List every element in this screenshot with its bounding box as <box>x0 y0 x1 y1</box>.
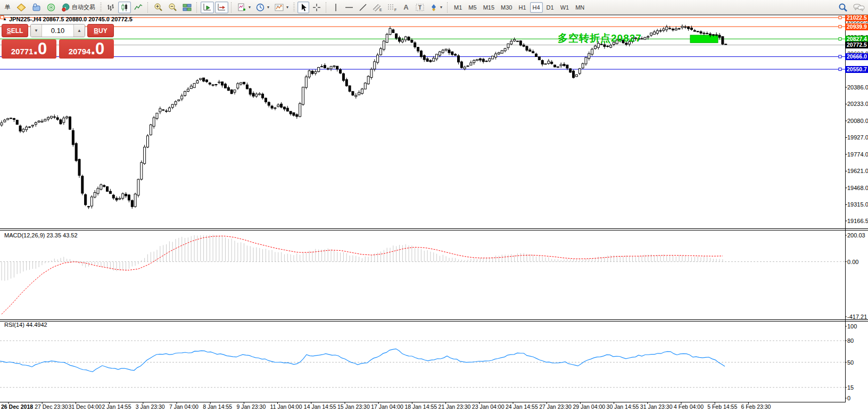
date-axis-label: 27 Jan 23:30 <box>539 403 572 410</box>
trendline-tool-icon[interactable] <box>357 2 369 13</box>
date-axis-label: 5 Feb 14:55 <box>707 403 737 410</box>
candlestick-chart-icon[interactable] <box>118 2 131 13</box>
crosshair-tool-icon[interactable] <box>310 2 323 13</box>
tile-windows-icon[interactable] <box>180 2 194 13</box>
clock-icon <box>256 3 264 12</box>
timeframe-button-m15[interactable]: M15 <box>481 2 497 13</box>
rsi-scale-label: 100 <box>847 323 857 329</box>
chart-canvas[interactable] <box>0 0 868 412</box>
buy-button[interactable]: BUY <box>87 24 114 37</box>
rsi-scale-label: 80 <box>847 337 854 344</box>
date-axis-label: 17 Jan 04:00 <box>371 403 403 410</box>
label-tool-icon[interactable]: T <box>413 2 427 13</box>
pivot-annotation: 多空转折点20827 <box>558 31 642 45</box>
text-tool-icon[interactable]: A <box>400 2 412 13</box>
volume-decrease-button[interactable]: ▼ <box>31 24 42 37</box>
volume-spinner: ▼ ▲ <box>30 24 85 37</box>
rsi-scale-label: 50 <box>847 359 854 366</box>
search-icon[interactable] <box>838 3 848 12</box>
buy-price-pips: .0 <box>90 39 104 59</box>
date-axis-label: 4 Feb 04:00 <box>674 403 704 410</box>
date-axis-label: 21 Jan 23:30 <box>439 403 471 410</box>
timeframe-button-h1[interactable]: H1 <box>516 2 528 13</box>
sell-price-main: 20771 <box>11 42 34 61</box>
date-axis-label: 30 Jan 14:55 <box>607 403 639 410</box>
date-axis-label: 9 Jan 23:30 <box>236 403 266 410</box>
templates-caret-icon: ▾ <box>286 5 288 10</box>
hline-price-label: 21022.5 <box>845 14 868 21</box>
date-axis-label: 31 Dec 04:00 <box>68 403 101 410</box>
hline-price-label: 20550.7 <box>845 66 868 73</box>
signals-icon[interactable] <box>44 2 58 13</box>
market-watch-icon[interactable] <box>14 2 28 13</box>
price-tick-label: 19166.5 <box>847 218 868 224</box>
timeframe-button-m1[interactable]: M1 <box>451 2 465 13</box>
date-axis-label: 6 Feb 23:30 <box>741 403 771 410</box>
svg-text:T: T <box>418 5 421 11</box>
date-axis-label: 2 Jan 14:55 <box>102 403 131 410</box>
panel-collapse-icon[interactable]: ▲ <box>3 17 7 21</box>
price-tick-label: 20386.0 <box>847 84 868 90</box>
rsi-scale-label: 15 <box>847 384 854 391</box>
rsi-scale-label: 0 <box>847 395 850 401</box>
cursor-tool-icon[interactable] <box>297 2 309 13</box>
indicators-caret-icon: ▾ <box>249 5 251 10</box>
volume-input[interactable] <box>42 24 73 37</box>
date-axis-label: 31 Jan 23:30 <box>640 403 673 410</box>
data-window-icon[interactable] <box>29 2 43 13</box>
price-tick-label: 19774.0 <box>847 151 868 158</box>
price-tick-label: 19315.0 <box>847 201 868 208</box>
price-tick-label: 20233.0 <box>847 101 868 107</box>
date-axis-label: 27 Dec 23:30 <box>35 403 68 410</box>
timeframe-button-mn[interactable]: MN <box>573 2 587 13</box>
macd-scale-label: 0.00 <box>847 259 858 265</box>
zoom-in-icon[interactable] <box>152 2 165 13</box>
volume-increase-button[interactable]: ▲ <box>73 24 85 37</box>
templates-button[interactable]: ▾ <box>272 2 291 13</box>
one-click-trade-panel: SELL ▼ ▲ BUY 20771 .0 20794 .0 <box>2 24 114 59</box>
line-chart-icon[interactable] <box>132 2 145 13</box>
svg-text:F: F <box>394 8 396 12</box>
timeframe-group: M1M5M15M30H1H4D1W1MN <box>451 2 588 13</box>
date-axis-label: 18 Jan 14:55 <box>404 403 437 410</box>
date-axis-label: 26 Dec 2018 <box>1 403 33 410</box>
new-order-button[interactable]: 单 <box>2 2 13 13</box>
fibonacci-tool-icon[interactable]: F <box>385 2 399 13</box>
rsi-indicator-label: RSI(14) 44.4942 <box>4 322 47 328</box>
vertical-line-tool-icon[interactable] <box>330 2 342 13</box>
date-axis-label: 15 Jan 23:30 <box>337 403 370 410</box>
horizontal-line-tool-icon[interactable] <box>343 2 356 13</box>
chart-shift-icon[interactable] <box>215 2 228 13</box>
hline-price-label: 20666.0 <box>845 53 868 60</box>
sell-price-box[interactable]: 20771 .0 <box>2 39 56 59</box>
date-axis-label: 14 Jan 14:55 <box>304 403 336 410</box>
template-icon <box>275 3 284 12</box>
periods-button[interactable]: ▾ <box>254 2 271 13</box>
current-price-label: 20772.5 <box>845 42 868 48</box>
timeframe-button-m5[interactable]: M5 <box>466 2 479 13</box>
timeframe-button-m30[interactable]: M30 <box>498 2 515 13</box>
timeframe-button-d1[interactable]: D1 <box>544 2 557 13</box>
hline-price-label: 20939.9 <box>845 23 868 30</box>
toolbar: 单 自动交易 ▾ ▾ <box>0 0 868 15</box>
zoom-out-icon[interactable] <box>166 2 179 13</box>
date-axis-label: 8 Jan 14:55 <box>203 403 232 410</box>
macd-indicator-label: MACD(12,26,9) 23.35 43.52 <box>4 232 78 238</box>
chat-icon[interactable] <box>853 3 865 12</box>
buy-price-box[interactable]: 20794 .0 <box>59 39 114 59</box>
arrows-tool-button[interactable]: ▾ <box>428 2 444 13</box>
timeframe-button-w1[interactable]: W1 <box>558 2 572 13</box>
indicators-icon <box>237 3 246 12</box>
bar-chart-icon[interactable] <box>104 2 117 13</box>
sell-button[interactable]: SELL <box>2 24 28 37</box>
channel-tool-icon[interactable]: E <box>370 2 384 13</box>
indicators-button[interactable]: ▾ <box>235 2 253 13</box>
autotrade-button[interactable]: 自动交易 <box>59 2 97 13</box>
arrows-caret-icon: ▾ <box>440 5 442 10</box>
chart-title: JPN225-,H4 20867.5 20880.0 20745.0 20772… <box>9 16 133 22</box>
sell-price-pips: .0 <box>33 39 47 59</box>
timeframe-button-h4[interactable]: H4 <box>530 2 543 13</box>
auto-scroll-icon[interactable] <box>201 2 214 13</box>
periods-caret-icon: ▾ <box>267 5 269 10</box>
price-tick-label: 19927.0 <box>847 134 868 141</box>
